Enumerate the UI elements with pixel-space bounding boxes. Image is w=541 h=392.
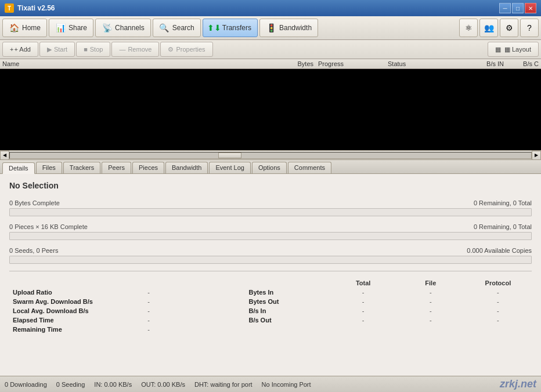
layout-icon: ▦ bbox=[495, 46, 501, 53]
network-icon-button[interactable]: ⚛ bbox=[459, 19, 478, 37]
local-avg-row: Local Avg. Download B/s - B/s In - - - bbox=[9, 306, 532, 315]
incoming-port-status: No Incoming Port bbox=[262, 381, 311, 388]
action-toolbar: + + Add ▶ Start ■ Stop — Remove ⚙ Proper… bbox=[0, 40, 541, 59]
stop-button[interactable]: ■ Stop bbox=[76, 42, 110, 57]
scroll-left-arrow[interactable]: ◀ bbox=[0, 151, 9, 160]
settings-icon-button[interactable]: ⚙ bbox=[500, 19, 518, 37]
scroll-track[interactable] bbox=[9, 152, 532, 159]
remove-button[interactable]: — Remove bbox=[111, 42, 159, 57]
bytes-out-label: Bytes Out bbox=[245, 297, 329, 306]
properties-button[interactable]: ⚙ Properties bbox=[160, 42, 212, 57]
channels-button[interactable]: 📡 Channels bbox=[95, 19, 151, 37]
bandwidth-icon: 🚦 bbox=[266, 23, 276, 33]
home-icon: 🏠 bbox=[9, 23, 19, 33]
elapsed-time-row: Elapsed Time - B/s Out - - - bbox=[9, 315, 532, 325]
app-icon: T bbox=[5, 3, 14, 13]
add-button[interactable]: + + Add bbox=[2, 42, 38, 57]
transfers-button[interactable]: ⬆⬇ Transfers bbox=[203, 19, 258, 37]
local-avg-label: Local Avg. Download B/s bbox=[9, 306, 144, 315]
seeds-peers-label: 0 Seeds, 0 Peers bbox=[9, 247, 58, 254]
bytes-out-file: - bbox=[397, 297, 464, 306]
seeds-progress-section: 0 Seeds, 0 Peers 0.000 Available Copies bbox=[9, 247, 532, 264]
window-controls: ─ □ ✕ bbox=[499, 3, 536, 13]
bsout-protocol: - bbox=[464, 315, 532, 325]
bsin-label: B/s In bbox=[245, 306, 329, 315]
search-button[interactable]: 🔍 Search bbox=[153, 19, 201, 37]
stop-icon: ■ bbox=[84, 46, 88, 53]
seeds-progress-labels: 0 Seeds, 0 Peers 0.000 Available Copies bbox=[9, 247, 532, 254]
window-title: Tixati v2.56 bbox=[17, 4, 55, 12]
details-content: No Selection 0 Bytes Complete 0 Remainin… bbox=[0, 174, 541, 376]
left-val-header bbox=[144, 277, 211, 288]
no-selection-label: No Selection bbox=[9, 181, 532, 190]
file-col-header: File bbox=[397, 277, 464, 288]
main-toolbar: 🏠 Home 📊 Share 📡 Channels 🔍 Search ⬆⬇ Tr… bbox=[0, 16, 541, 40]
bytes-remaining-label: 0 Remaining, 0 Total bbox=[474, 199, 532, 206]
watermark: zrkj.net bbox=[500, 378, 536, 390]
tab-eventlog[interactable]: Event Log bbox=[209, 162, 251, 173]
downloading-status: 0 Downloading bbox=[5, 381, 47, 388]
scroll-thumb[interactable] bbox=[218, 153, 241, 158]
local-avg-value: - bbox=[144, 306, 211, 315]
table-header: Name Bytes Progress Status B/s IN B/s C bbox=[0, 59, 541, 69]
total-col-header: Total bbox=[330, 277, 397, 288]
minimize-button[interactable]: ─ bbox=[499, 3, 511, 13]
share-icon: 📊 bbox=[55, 23, 66, 33]
tab-details[interactable]: Details bbox=[2, 162, 35, 174]
bsout-total: - bbox=[330, 315, 397, 325]
maximize-button[interactable]: □ bbox=[512, 3, 524, 13]
seeds-progress-bar bbox=[9, 256, 532, 264]
swarm-avg-label: Swarm Avg. Download B/s bbox=[9, 297, 144, 306]
bytes-progress-labels: 0 Bytes Complete 0 Remaining, 0 Total bbox=[9, 199, 532, 206]
tab-comments[interactable]: Comments bbox=[288, 162, 331, 173]
tab-files[interactable]: Files bbox=[36, 162, 62, 173]
search-icon: 🔍 bbox=[159, 23, 169, 33]
add-icon: + bbox=[10, 46, 13, 53]
bandwidth-button[interactable]: 🚦 Bandwidth bbox=[259, 19, 318, 37]
pieces-progress-section: 0 Pieces × 16 KB Complete 0 Remaining, 0… bbox=[9, 223, 532, 240]
remaining-time-row: Remaining Time - bbox=[9, 325, 532, 334]
help-icon-button[interactable]: ? bbox=[520, 19, 539, 37]
start-icon: ▶ bbox=[47, 46, 52, 53]
bsout-label: B/s Out bbox=[245, 315, 329, 325]
close-button[interactable]: ✕ bbox=[525, 3, 536, 13]
bsout-file: - bbox=[397, 315, 464, 325]
tab-trackers[interactable]: Trackers bbox=[63, 162, 100, 173]
pieces-complete-label: 0 Pieces × 16 KB Complete bbox=[9, 223, 88, 230]
out-speed-status: OUT: 0.00 KB/s bbox=[141, 381, 185, 388]
upload-ratio-label: Upload Ratio bbox=[9, 288, 144, 297]
stats-divider bbox=[9, 271, 532, 271]
col-name-header: Name bbox=[2, 60, 272, 67]
start-button[interactable]: ▶ Start bbox=[39, 42, 75, 57]
upload-ratio-value: - bbox=[144, 288, 211, 297]
left-header-empty bbox=[9, 277, 144, 288]
dht-status: DHT: waiting for port bbox=[194, 381, 253, 388]
tab-options[interactable]: Options bbox=[252, 162, 287, 173]
tab-bandwidth[interactable]: Bandwidth bbox=[165, 162, 208, 173]
home-button[interactable]: 🏠 Home bbox=[2, 19, 47, 37]
transfer-list[interactable] bbox=[0, 69, 541, 150]
tab-pieces[interactable]: Pieces bbox=[132, 162, 164, 173]
seeding-status: 0 Seeding bbox=[56, 381, 85, 388]
remaining-time-label: Remaining Time bbox=[9, 325, 144, 334]
layout-button[interactable]: ▦ ▦ Layout bbox=[488, 42, 539, 57]
horizontal-scrollbar[interactable]: ◀ ▶ bbox=[0, 150, 541, 159]
share-button[interactable]: 📊 Share bbox=[49, 19, 93, 37]
scroll-right-arrow[interactable]: ▶ bbox=[532, 151, 541, 160]
in-speed-status: IN: 0.00 KB/s bbox=[94, 381, 132, 388]
bsin-protocol: - bbox=[464, 306, 532, 315]
bytes-out-protocol: - bbox=[464, 297, 532, 306]
bytes-in-total: - bbox=[330, 288, 397, 297]
bytes-out-total: - bbox=[330, 297, 397, 306]
col-bsin-header: B/s IN bbox=[457, 60, 504, 67]
pieces-progress-labels: 0 Pieces × 16 KB Complete 0 Remaining, 0… bbox=[9, 223, 532, 230]
upload-ratio-row: Upload Ratio - Bytes In - - - bbox=[9, 288, 532, 297]
tab-peers[interactable]: Peers bbox=[102, 162, 131, 173]
col-progress-header: Progress bbox=[318, 60, 388, 67]
bytes-progress-bar bbox=[9, 208, 532, 216]
status-bar: 0 Downloading 0 Seeding IN: 0.00 KB/s OU… bbox=[0, 376, 541, 392]
col-status-header: Status bbox=[388, 60, 457, 67]
channels-icon: 📡 bbox=[102, 23, 112, 33]
bytes-in-protocol: - bbox=[464, 288, 532, 297]
users-icon-button[interactable]: 👥 bbox=[479, 19, 498, 37]
